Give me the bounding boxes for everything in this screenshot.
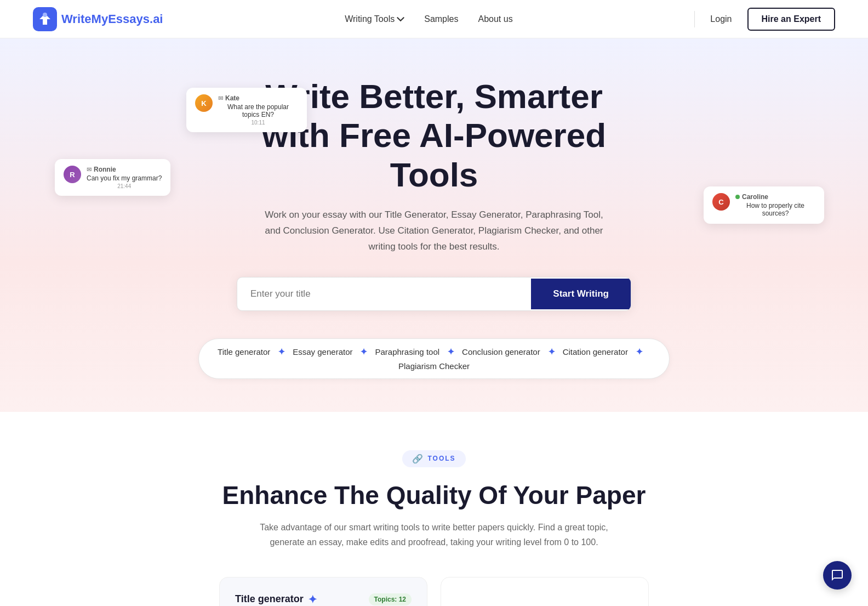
caroline-message: How to properly cite sources? bbox=[735, 202, 815, 217]
nav-about[interactable]: About us bbox=[478, 14, 512, 24]
tool-card-title-label: Title generator ✦ bbox=[235, 593, 317, 606]
hire-expert-button[interactable]: Hire an Expert bbox=[747, 8, 835, 31]
tools-section-icon: 🔗 bbox=[412, 454, 423, 464]
tools-bar-item-conclusion[interactable]: Conclusion generator bbox=[462, 347, 540, 356]
avatar-kate: K bbox=[195, 94, 213, 112]
nav-writing-tools[interactable]: Writing Tools bbox=[345, 14, 404, 24]
tools-section-label: TOOLS bbox=[427, 455, 455, 462]
hero-section: K ✉ Kate What are the popular topics EN?… bbox=[0, 38, 868, 412]
tools-bar-item-citation[interactable]: Citation generator bbox=[563, 347, 628, 356]
sparkle-icon: ✦ bbox=[308, 593, 317, 606]
topics-badge: Topics: 12 bbox=[369, 593, 412, 605]
tools-bar-sep-3: ✦ bbox=[447, 347, 454, 357]
tool-cards-row: Title generator ✦ Topics: 12 Tt bbox=[33, 577, 835, 606]
tools-bar-sep-2: ✦ bbox=[360, 347, 367, 357]
ronnie-message: Can you fix my grammar? bbox=[87, 174, 162, 182]
tools-bar-item-para[interactable]: Paraphrasing tool bbox=[375, 347, 439, 356]
avatar-caroline: C bbox=[712, 193, 730, 211]
tools-section-heading: Enhance The Quality Of Your Paper bbox=[33, 480, 835, 510]
chevron-down-icon bbox=[397, 15, 404, 23]
tools-bar-item-essay[interactable]: Essay generator bbox=[293, 347, 352, 356]
message-icon-ronnie: ✉ bbox=[87, 166, 92, 173]
nav-divider bbox=[694, 11, 695, 27]
tools-bar-item-plagiarism[interactable]: Plagiarism Checker bbox=[398, 361, 470, 371]
tools-section: 🔗 TOOLS Enhance The Quality Of Your Pape… bbox=[0, 412, 868, 606]
avatar-ronnie: R bbox=[64, 166, 81, 183]
kate-message: What are the popular topics EN? bbox=[218, 103, 298, 118]
login-link[interactable]: Login bbox=[710, 14, 732, 24]
tools-bar-sep-4: ✦ bbox=[548, 347, 555, 357]
chat-button[interactable] bbox=[823, 561, 852, 590]
start-writing-button[interactable]: Start Writing bbox=[531, 279, 631, 309]
nav-links: Writing Tools Samples About us bbox=[345, 14, 512, 24]
float-card-kate: K ✉ Kate What are the popular topics EN?… bbox=[186, 88, 307, 132]
tool-card-essay-generator: Tt bbox=[441, 577, 649, 606]
chat-icon bbox=[831, 569, 844, 582]
kate-time: 10:11 bbox=[218, 120, 298, 126]
logo-icon bbox=[33, 7, 57, 31]
float-card-caroline: C Caroline How to properly cite sources? bbox=[704, 186, 824, 224]
title-input[interactable] bbox=[237, 277, 531, 310]
message-icon-kate: ✉ bbox=[218, 95, 223, 102]
nav-right: Login Hire an Expert bbox=[694, 8, 835, 31]
float-card-ronnie: R ✉ Ronnie Can you fix my grammar? 21:44 bbox=[55, 159, 170, 196]
svg-point-1 bbox=[43, 13, 47, 17]
nav-samples[interactable]: Samples bbox=[424, 14, 458, 24]
navbar: WriteMyEssays.ai Writing Tools Samples A… bbox=[0, 0, 868, 38]
tools-bar-item-title[interactable]: Title generator bbox=[218, 347, 270, 356]
tools-bar: Title generator ✦ Essay generator ✦ Para… bbox=[198, 338, 670, 379]
tools-label-badge: 🔗 TOOLS bbox=[402, 450, 465, 467]
online-dot-caroline bbox=[735, 195, 740, 199]
tool-card-title-generator: Title generator ✦ Topics: 12 bbox=[219, 577, 427, 606]
hero-search-bar: Start Writing bbox=[237, 277, 631, 311]
logo[interactable]: WriteMyEssays.ai bbox=[33, 7, 163, 31]
tools-bar-sep-1: ✦ bbox=[278, 347, 285, 357]
tools-bar-sep-5: ✦ bbox=[636, 347, 643, 357]
hero-subtext: Work on your essay with our Title Genera… bbox=[264, 207, 604, 255]
logo-text: WriteMyEssays.ai bbox=[61, 12, 163, 26]
tools-section-subtext: Take advantage of our smart writing tool… bbox=[259, 520, 609, 550]
ronnie-time: 21:44 bbox=[87, 183, 162, 189]
